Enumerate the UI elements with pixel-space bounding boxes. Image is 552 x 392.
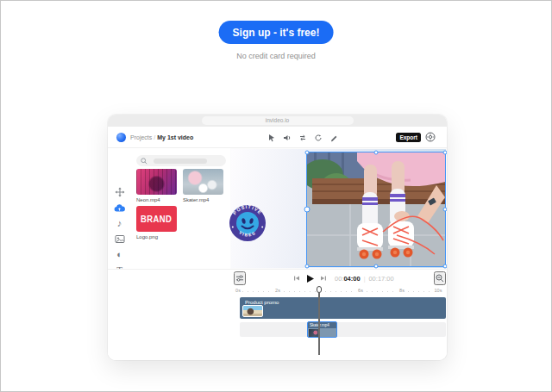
skip-forward-icon[interactable] [320,275,327,282]
clip-label: Skater.mp4 [308,322,336,328]
resize-handle-right-mid[interactable] [443,208,448,212]
resize-handle-bottom-mid[interactable] [374,264,379,269]
music-icon[interactable]: ♪ [114,217,126,229]
resize-handle-top-right[interactable] [443,151,448,155]
filters-icon[interactable]: ◐ [114,248,126,260]
canvas-area: POSITIVE VIBES [230,148,447,269]
skater-photo [307,152,445,266]
header-toolbar [267,127,338,148]
ruler-label: 6s [356,288,365,294]
image-icon[interactable] [114,233,126,245]
file-label: Logo.png [136,234,158,240]
ruler-label: 0s [234,288,242,294]
search-placeholder-skeleton [154,159,207,164]
ruler-label: 8s [398,288,406,294]
resize-handle-top-left[interactable] [305,151,310,155]
timeline-settings-icon[interactable] [234,271,246,285]
address-bar[interactable]: invideo.io [202,116,354,125]
time-separator: | [361,276,369,282]
pointer-tool-icon[interactable] [267,134,276,142]
track-row-2[interactable] [240,322,446,337]
brand-logo-text: BRAND [141,214,172,224]
file-label: Skater.mp4 [183,197,209,202]
breadcrumb-projects[interactable]: Projects [130,134,152,140]
settings-gear-icon[interactable] [425,132,436,142]
current-time: 00:04:00 [335,275,361,283]
track-thumbnail [242,305,263,317]
skip-back-icon[interactable] [293,275,300,282]
media-thumb-skater[interactable] [183,169,223,195]
slide-background[interactable]: POSITIVE VIBES [231,149,446,268]
resize-handle-top-mid[interactable] [374,151,379,155]
move-tool-icon[interactable] [114,186,126,198]
resize-handle-left-mid[interactable] [304,207,310,213]
total-time: 00:17:00 [368,275,393,283]
pen-icon[interactable] [329,134,338,142]
breadcrumb: Projects/My 1st video [130,127,193,148]
search-input[interactable] [136,155,226,166]
resize-handle-bottom-right[interactable] [443,264,448,269]
signup-button[interactable]: Sign up - it's free! [219,21,334,44]
editor-mockup-window: invideo.io Projects/My 1st video Export [108,115,447,360]
media-thumb-logo[interactable]: BRAND [136,206,177,232]
timeline-ruler[interactable] [237,291,444,292]
zoom-timeline-icon[interactable] [434,271,446,285]
ruler-label: 2s [273,288,282,294]
signup-subtext: No credit card required [0,52,552,60]
ruler-label: 10s [433,288,444,294]
uploads-cloud-icon[interactable] [114,202,126,214]
timeline-section: 00:04:00 | 00:17:00 0s 2s 6s 8s 10s Prod… [108,269,447,360]
resize-handle-bottom-left[interactable] [305,264,310,269]
file-label: Neon.mp4 [136,197,160,202]
rotate-icon[interactable] [314,134,323,142]
editor-header: Projects/My 1st video Export [108,127,447,148]
browser-chrome-bar: invideo.io [108,115,447,127]
swap-arrows-icon[interactable] [298,134,307,142]
play-button[interactable] [305,274,315,283]
playhead-line[interactable] [318,293,319,355]
export-button[interactable]: Export [396,133,421,142]
volume-icon[interactable] [283,134,292,142]
playhead-handle[interactable] [317,286,322,293]
invideo-logo-icon [116,133,126,142]
clip-skater[interactable]: Skater.mp4 [307,321,337,338]
selected-skater-image[interactable] [307,152,445,266]
track-product-promo[interactable]: Product promo [240,297,446,319]
media-thumb-neon[interactable] [136,169,177,195]
positive-vibes-sticker[interactable]: POSITIVE VIBES [229,204,267,242]
breadcrumb-project-title[interactable]: My 1st video [157,134,193,140]
transport-controls: 00:04:00 | 00:17:00 [293,271,394,285]
